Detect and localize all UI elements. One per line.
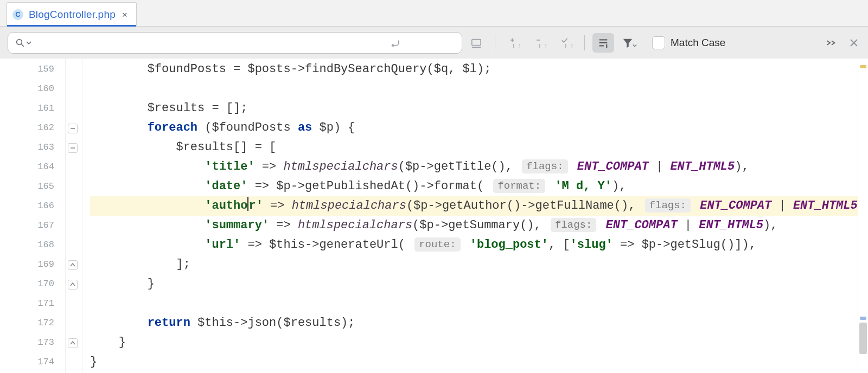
code-line[interactable]: 'url' => $this->generateUrl( route: 'blo… [90,235,868,255]
code-line[interactable]: 'date' => $p->getPublishedAt()->format( … [90,177,868,196]
svg-line-1 [22,44,24,47]
code-line[interactable]: } [90,274,868,294]
newline-toggle-icon[interactable] [390,37,401,48]
line-number: 164 [0,157,54,177]
code-editor[interactable]: 1591601611621631641651661671681691701711… [0,59,868,373]
toggle-find-in-selection-button[interactable] [592,33,614,53]
code-line[interactable]: $results = []; [90,99,868,118]
line-number: 168 [0,235,54,255]
parameter-hint: flags: [551,218,596,232]
toolbar-separator [495,35,495,50]
parameter-hint: format: [493,179,545,193]
parameter-hint: flags: [522,159,567,173]
svg-text:[ ]: [ ] [564,43,572,49]
match-case-label: Match Case [671,37,725,49]
line-number: 162 [0,118,54,138]
line-number: 166 [0,196,54,216]
close-find-bar-icon[interactable] [847,36,860,49]
match-case-checkbox[interactable] [652,36,665,49]
search-icon[interactable] [15,38,31,48]
fold-collapse-icon[interactable] [68,124,78,133]
code-fold-gutter [66,59,82,373]
code-line[interactable] [90,294,868,313]
code-area[interactable]: $foundPosts = $posts->findBySearchQuery(… [82,59,868,373]
tab-file-name: BlogController.php [29,9,116,21]
svg-text:[ ]: [ ] [538,43,546,49]
line-number: 160 [0,79,54,99]
more-options-button[interactable] [820,33,842,53]
tab-strip: C BlogController.php ✕ [0,0,868,27]
code-line[interactable]: } [90,352,868,372]
line-number-gutter: 1591601611621631641651661671681691701711… [0,59,66,373]
parameter-hint: flags: [645,198,691,213]
editor-tab-active[interactable]: C BlogController.php ✕ [7,2,137,26]
code-line[interactable]: 'title' => htmlspecialchars($p->getTitle… [90,157,868,177]
svg-point-0 [17,40,22,45]
remove-selection-button[interactable]: [ ] [529,33,551,53]
add-selection-next-button[interactable]: [ ] [503,33,525,53]
select-all-occurrences-checkmark-button[interactable]: [ ] [555,33,577,53]
code-line[interactable]: $foundPosts = $posts->findBySearchQuery(… [90,60,868,79]
line-number: 174 [0,352,54,372]
code-line[interactable] [90,79,868,99]
code-line[interactable]: 'summary' => htmlspecialchars($p->getSum… [90,216,868,235]
line-number: 171 [0,294,54,313]
match-case-option[interactable]: Match Case [652,36,725,49]
line-number: 172 [0,313,54,333]
info-marker[interactable] [860,317,866,320]
line-number: 173 [0,333,54,352]
svg-text:[ ]: [ ] [512,43,520,49]
editor-marker-strip[interactable] [858,59,868,373]
tab-close-icon[interactable]: ✕ [121,9,129,20]
line-number: 163 [0,138,54,157]
parameter-hint: route: [414,237,460,252]
select-all-occurrences-button[interactable] [465,33,487,53]
fold-end-icon[interactable] [68,280,78,290]
line-number: 159 [0,60,54,79]
code-line[interactable]: return $this->json($results); [90,313,868,333]
code-line[interactable]: $results[] = [ [90,138,868,157]
line-number: 170 [0,274,54,294]
toolbar-separator [584,35,585,50]
find-replace-bar: [ ] [ ] [ ] Match Case [0,27,868,60]
fold-collapse-icon[interactable] [68,143,78,153]
line-number: 161 [0,99,54,118]
line-number: 169 [0,255,54,274]
file-type-icon: C [12,9,23,20]
code-line[interactable]: ]; [90,255,868,274]
svg-rect-4 [472,40,481,46]
code-line[interactable]: foreach ($foundPosts as $p) { [90,118,868,138]
fold-end-icon[interactable] [68,338,78,348]
vertical-scrollbar-thumb[interactable] [859,323,867,354]
line-number: 167 [0,216,54,235]
filter-button[interactable] [618,33,640,53]
fold-end-icon[interactable] [68,260,78,270]
code-line[interactable]: } [90,333,868,352]
search-box [8,32,409,54]
code-line[interactable]: 'author' => htmlspecialchars($p->getAuth… [90,196,868,216]
line-number: 165 [0,177,54,196]
warning-marker[interactable] [860,65,866,68]
